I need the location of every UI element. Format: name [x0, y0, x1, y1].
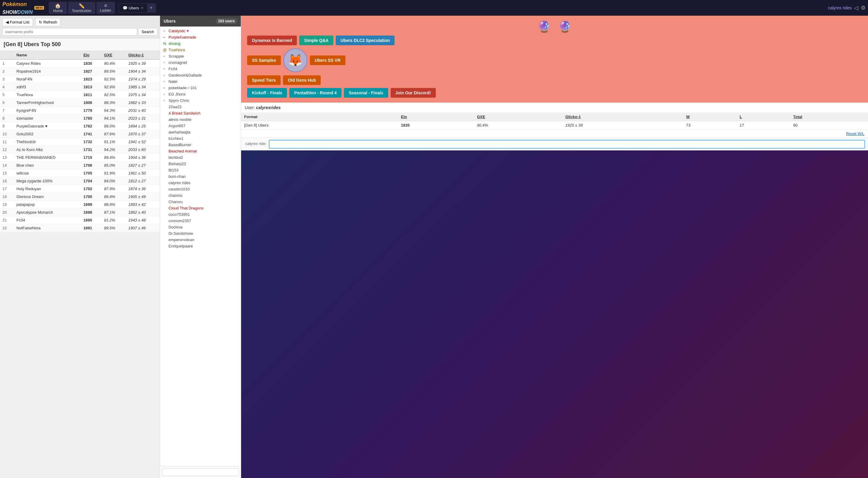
- table-row[interactable]: 4 xdhf3 1813 92.9% 1985 ± 34: [0, 83, 160, 91]
- list-item[interactable]: Enriquelpaare: [160, 243, 241, 249]
- list-item[interactable]: Charuru: [160, 199, 241, 205]
- list-item[interactable]: +Nalei: [160, 78, 241, 85]
- list-item[interactable]: +EG Jhonx: [160, 91, 241, 97]
- list-item[interactable]: emperorvolcan: [160, 236, 241, 243]
- table-row[interactable]: 3 NoraF4N 1823 92.5% 1974 ± 29: [0, 75, 160, 83]
- add-tab-button[interactable]: +: [147, 5, 155, 11]
- list-item[interactable]: Dr.Sandshrew: [160, 230, 241, 236]
- table-row[interactable]: 6 TannerFrmHghschool 1806 88.3% 1882 ± 3…: [0, 99, 160, 107]
- table-row[interactable]: 21 Fc04 1695 91.2% 1943 ± 48: [0, 216, 160, 224]
- table-row[interactable]: 14 Blue chen 1706 85.0% 1827 ± 27: [0, 162, 160, 169]
- home-button[interactable]: 🏠 Home: [49, 2, 67, 14]
- list-item[interactable]: coco753951: [160, 211, 241, 218]
- glicko-cell: 1894 ± 25: [126, 122, 160, 130]
- list-item[interactable]: +cromagnet: [160, 59, 241, 66]
- list-item[interactable]: Bisharp22: [160, 161, 241, 167]
- stats-total-header[interactable]: Total: [790, 113, 868, 121]
- table-row[interactable]: 9 PurpleGatorade ♥ 1762 89.0% 1894 ± 25: [0, 122, 160, 130]
- list-item[interactable]: caustin1010: [160, 186, 241, 192]
- table-row[interactable]: 2 Ropalme1914 1827 89.5% 1904 ± 34: [0, 67, 160, 75]
- glicko-header[interactable]: Glicko-1: [126, 51, 160, 59]
- elo-header[interactable]: Elo: [81, 51, 101, 59]
- stats-elo-header[interactable]: Elo: [398, 113, 474, 121]
- list-item[interactable]: ~PurpleGatorade: [160, 34, 241, 40]
- list-item[interactable]: awrhahwajta: [160, 129, 241, 135]
- tab-close-icon[interactable]: ✕: [141, 6, 144, 10]
- format-list-button[interactable]: ◀ Format List: [2, 18, 33, 26]
- list-item[interactable]: coonom2357: [160, 218, 241, 224]
- list-item[interactable]: A Bread Sandwich: [160, 110, 241, 116]
- settings-button[interactable]: ⚙: [861, 4, 866, 11]
- room-button[interactable]: Dynamax Is Banned: [247, 36, 297, 45]
- list-item[interactable]: %shrang: [160, 40, 241, 47]
- teambuilder-button[interactable]: ✏️ Teambuilder: [68, 2, 95, 14]
- user-name: Nalei: [168, 79, 178, 84]
- list-item[interactable]: bichboi2: [160, 154, 241, 161]
- room-button[interactable]: Seasonal - Finals: [344, 88, 388, 98]
- table-row[interactable]: 1 Calyrex Rides 1835 90.4% 1925 ± 39: [0, 59, 160, 67]
- gxe-header[interactable]: GXE: [101, 51, 126, 59]
- rank-cell: 5: [0, 91, 14, 99]
- username-display[interactable]: calyrex rides: [828, 5, 852, 10]
- list-item[interactable]: Bl153: [160, 167, 241, 173]
- reset-wl-link[interactable]: Reset W/L: [241, 130, 868, 138]
- table-row[interactable]: 15 willcow 1705 91.9% 1961 ± 50: [0, 169, 160, 177]
- stats-l-header[interactable]: L: [737, 113, 790, 121]
- list-item[interactable]: Dockiva: [160, 224, 241, 230]
- table-row[interactable]: 16 Mega zygarde-100% 1704 84.0% 1812 ± 2…: [0, 177, 160, 185]
- stats-row: [Gen 8] Ubers 1835 90.4% 1925 ± 39 73 17…: [241, 121, 868, 130]
- volume-button[interactable]: ◁: [854, 4, 858, 11]
- list-item[interactable]: Cloud That Dragons: [160, 205, 241, 211]
- room-button[interactable]: Old Gens Hub: [283, 75, 321, 85]
- table-row[interactable]: 20 Apocalypse Monarch 1698 87.1% 1862 ± …: [0, 209, 160, 216]
- table-row[interactable]: 5 TrueNora 1811 92.5% 1975 ± 34: [0, 91, 160, 99]
- list-item[interactable]: BasedBurner: [160, 142, 241, 148]
- tab-ubers[interactable]: 💬 Ubers ✕: [119, 4, 147, 12]
- list-item[interactable]: calyrex rides: [160, 180, 241, 186]
- room-button[interactable]: Speed Tiers: [247, 75, 281, 85]
- refresh-button[interactable]: ↻ Refresh: [36, 18, 60, 26]
- table-row[interactable]: 18 Glorious Dream 1700 89.4% 1905 ± 49: [0, 193, 160, 201]
- list-item[interactable]: +Spyro Chris: [160, 97, 241, 104]
- gxe-cell: 91.2%: [101, 216, 126, 224]
- user-name: Beached Animal: [168, 149, 197, 153]
- room-button[interactable]: Pentathlon - Round 4: [289, 88, 341, 98]
- list-item[interactable]: Beached Animal: [160, 148, 241, 154]
- list-item[interactable]: +pokeblade☆101: [160, 85, 241, 91]
- list-item[interactable]: +Fc04: [160, 66, 241, 72]
- table-row[interactable]: 22 NotFalseNora 1691 89.5% 1907 ± 46: [0, 224, 160, 232]
- list-item[interactable]: ~Catalystic ♥: [160, 28, 241, 34]
- table-row[interactable]: 7 KyogreF4N 1779 94.3% 2031 ± 40: [0, 107, 160, 115]
- bottom-chat-input-field[interactable]: [269, 140, 865, 149]
- list-item[interactable]: chanmo: [160, 192, 241, 199]
- room-button[interactable]: Kickoff - Finals: [247, 88, 287, 98]
- chat-input[interactable]: [162, 468, 239, 476]
- table-row[interactable]: 12 Az to Kuro Alkz 1731 94.2% 2033 ± 60: [0, 146, 160, 154]
- room-button[interactable]: Ubers SS VR: [310, 56, 345, 65]
- stats-gxe-header[interactable]: GXE: [474, 113, 562, 121]
- stats-glicko-header[interactable]: Glicko-1: [562, 113, 683, 121]
- ladder-button[interactable]: ≡ Ladder: [96, 2, 115, 14]
- list-item[interactable]: @TrueNora: [160, 47, 241, 53]
- table-row[interactable]: 11 TheNoob3r 1732 91.1% 1941 ± 52: [0, 138, 160, 146]
- search-input[interactable]: [2, 28, 137, 36]
- room-button[interactable]: Ubers DLC2 Speculation: [336, 36, 395, 45]
- stats-w-header[interactable]: W: [683, 113, 737, 121]
- table-row[interactable]: 8 icemaster 1765 94.1% 2023 ± 31: [0, 115, 160, 122]
- list-item[interactable]: alexis noobie: [160, 116, 241, 123]
- list-item[interactable]: +Scrappie: [160, 53, 241, 59]
- list-item[interactable]: 22aa22: [160, 104, 241, 110]
- room-button[interactable]: Simple Q&A: [299, 36, 333, 45]
- list-item[interactable]: Argon657: [160, 123, 241, 129]
- list-item[interactable]: +Gardevoir&Gallade: [160, 72, 241, 78]
- room-button[interactable]: Join Our Discord!: [391, 88, 436, 98]
- table-row[interactable]: 17 Holy Reduyan 1702 87.9% 1874 ± 36: [0, 185, 160, 193]
- list-item[interactable]: buni-chan: [160, 173, 241, 180]
- room-button[interactable]: SS Samples: [247, 56, 281, 65]
- search-button[interactable]: Search: [138, 28, 157, 36]
- table-row[interactable]: 19 palapapop 1699 88.9% 1893 ± 42: [0, 201, 160, 209]
- table-row[interactable]: 13 THE PERMABANNED 1715 89.4% 1904 ± 36: [0, 154, 160, 162]
- table-row[interactable]: 10 Golu2002 1741 87.6% 1870 ± 37: [0, 130, 160, 138]
- user-name: calyrex rides: [168, 181, 190, 185]
- list-item[interactable]: b1chbo1: [160, 135, 241, 142]
